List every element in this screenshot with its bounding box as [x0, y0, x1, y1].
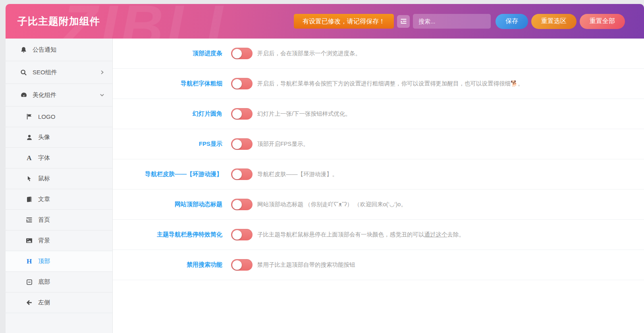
toggle-slider-rounded[interactable]: [231, 108, 253, 120]
toggle-knob: [232, 170, 242, 179]
sidebar-item-article[interactable]: 文章: [6, 189, 112, 210]
setting-description: 禁用子比主题顶部自带的搜索功能按钮: [257, 261, 355, 269]
font-icon: A: [25, 154, 33, 162]
description-link[interactable]: 通过这个: [424, 231, 447, 238]
description-text: 去除。: [447, 231, 465, 238]
setting-row-navbar-font-weight: 导航栏字体粗细 开启后，导航栏菜单将会按照下方的设置进行粗细调整，你可以设置得更…: [113, 69, 644, 99]
setting-label: 幻灯片圆角: [113, 110, 222, 118]
app-panel: ZIBLL 子比主题附加组件 有设置已修改，请记得保存！ 保存 重置选区 重置全…: [6, 4, 644, 333]
setting-label: 主题导航栏悬停特效简化: [113, 231, 222, 238]
chevron-down-icon: [100, 93, 104, 97]
toggle-dynamic-title[interactable]: [231, 199, 253, 210]
setting-label: 顶部进度条: [113, 50, 222, 57]
toggle-knob: [232, 139, 242, 149]
setting-label: 导航栏字体粗细: [113, 80, 222, 87]
chevron-right-icon: [100, 70, 104, 75]
arrow-left-icon: [25, 299, 33, 306]
search-icon: [20, 69, 27, 76]
setting-label: 网站顶部动态标题: [113, 201, 222, 208]
reset-selection-button[interactable]: 重置选区: [531, 14, 577, 29]
sidebar-item-label: SEO组件: [33, 69, 57, 76]
toggle-top-progress-bar[interactable]: [231, 48, 253, 59]
setting-description: 开启后，会在顶部显示一个浏览进度条。: [257, 50, 361, 57]
sidebar-item-label: 顶部: [38, 257, 50, 265]
setting-label: 禁用搜索功能: [113, 261, 222, 269]
sidebar-item-label: 背景: [38, 237, 50, 244]
header: ZIBLL 子比主题附加组件 有设置已修改，请记得保存！ 保存 重置选区 重置全…: [6, 4, 644, 39]
header-controls: 有设置已修改，请记得保存！ 保存 重置选区 重置全部: [294, 4, 625, 39]
sidebar-item-homepage[interactable]: 首页: [6, 210, 112, 230]
toggle-knob: [232, 79, 242, 89]
setting-row-top-progress-bar: 顶部进度条 开启后，会在顶部显示一个浏览进度条。: [113, 39, 644, 69]
setting-row-disable-search: 禁用搜索功能 禁用子比主题顶部自带的搜索功能按钮: [113, 250, 644, 280]
bell-icon: [20, 46, 27, 54]
save-button[interactable]: 保存: [496, 14, 528, 29]
reset-all-button[interactable]: 重置全部: [580, 14, 625, 29]
indent-toggle-button[interactable]: [397, 15, 410, 28]
sidebar-item-label: 头像: [38, 134, 50, 141]
toggle-knob: [232, 230, 242, 240]
toggle-fps-display[interactable]: [231, 138, 253, 150]
toggle-knob: [232, 200, 242, 209]
setting-description: 开启后，导航栏菜单将会按照下方的设置进行粗细调整，你可以设置得更加醒目，也可以设…: [257, 80, 524, 87]
indent-icon: [400, 17, 407, 25]
sidebar-item-label: LOGO: [38, 113, 55, 120]
description-text: 子比主题导航栏鼠标悬停在上面顶部会有一块颜色，感觉丑的可以: [257, 231, 424, 238]
indent-list-icon: [25, 216, 33, 224]
sidebar-item-label: 底部: [38, 278, 50, 286]
toggle-disable-search[interactable]: [231, 259, 253, 271]
sidebar-item-mouse[interactable]: 鼠标: [6, 168, 112, 189]
setting-row-slider-rounded: 幻灯片圆角 幻灯片上一张/下一张按钮样式优化。: [113, 99, 644, 129]
sidebar-item-footer[interactable]: 底部: [6, 272, 112, 292]
setting-row-fps-display: FPS显示 顶部开启FPS显示。: [113, 129, 644, 159]
sidebar-item-label: 公告通知: [33, 46, 56, 54]
setting-description: 网站顶部动态标题 （你别走吖ʕ˘ᴥ˘ʔ） （欢迎回来o(‘◡‘)o。: [257, 201, 407, 208]
book-icon: [25, 196, 33, 203]
sidebar-item-label: 文章: [38, 196, 50, 203]
toggle-knob: [232, 49, 242, 58]
toggle-knob: [232, 109, 242, 119]
sidebar-item-label: 左侧: [38, 299, 50, 306]
page-title: 子比主题附加组件: [17, 15, 100, 28]
setting-description: 顶部开启FPS显示。: [257, 140, 309, 148]
heading-icon: H: [25, 257, 33, 265]
gauge-icon: [20, 91, 27, 99]
minus-square-icon: [25, 278, 33, 286]
toggle-navbar-font-weight[interactable]: [231, 78, 253, 89]
sidebar-item-label: 字体: [38, 154, 50, 162]
user-icon: [25, 134, 33, 141]
sidebar-item-beautify[interactable]: 美化组件: [6, 84, 112, 106]
flag-icon: [25, 113, 33, 120]
setting-row-dynamic-title: 网站顶部动态标题 网站顶部动态标题 （你别走吖ʕ˘ᴥ˘ʔ） （欢迎回来o(‘◡‘…: [113, 190, 644, 220]
setting-row-navbar-skin: 导航栏皮肤——【环游动漫】 导航栏皮肤——【环游动漫】。: [113, 159, 644, 190]
unsaved-changes-notice: 有设置已修改，请记得保存！: [294, 14, 394, 29]
setting-description: 子比主题导航栏鼠标悬停在上面顶部会有一块颜色，感觉丑的可以通过这个去除。: [257, 231, 465, 238]
settings-panel: 顶部进度条 开启后，会在顶部显示一个浏览进度条。 导航栏字体粗细 开启后，导航栏…: [113, 39, 644, 333]
toggle-knob: [232, 260, 242, 270]
sidebar-item-header[interactable]: H 顶部: [6, 251, 112, 272]
sidebar-item-label: 美化组件: [33, 91, 56, 99]
toggle-hover-effect-simplify[interactable]: [231, 229, 253, 240]
setting-description: 导航栏皮肤——【环游动漫】。: [257, 170, 338, 178]
setting-label: FPS显示: [113, 140, 222, 148]
toggle-navbar-skin[interactable]: [231, 168, 253, 180]
sidebar-item-label: 首页: [38, 216, 50, 224]
setting-label: 导航栏皮肤——【环游动漫】: [113, 170, 222, 178]
sidebar: 公告通知 SEO组件: [6, 39, 113, 333]
search-input[interactable]: [413, 14, 491, 29]
sidebar-item-seo[interactable]: SEO组件: [6, 61, 112, 84]
sidebar-item-avatar[interactable]: 头像: [6, 127, 112, 148]
sidebar-item-announcements[interactable]: 公告通知: [6, 39, 112, 61]
sidebar-item-logo[interactable]: LOGO: [6, 106, 112, 127]
setting-row-hover-effect-simplify: 主题导航栏悬停特效简化 子比主题导航栏鼠标悬停在上面顶部会有一块颜色，感觉丑的可…: [113, 220, 644, 250]
image-icon: [25, 237, 33, 244]
sidebar-item-left[interactable]: 左侧: [6, 292, 112, 313]
cursor-icon: [25, 175, 33, 182]
sidebar-item-label: 鼠标: [38, 175, 50, 182]
setting-description: 幻灯片上一张/下一张按钮样式优化。: [257, 110, 351, 118]
sidebar-item-font[interactable]: A 字体: [6, 148, 112, 168]
sidebar-item-background[interactable]: 背景: [6, 230, 112, 251]
